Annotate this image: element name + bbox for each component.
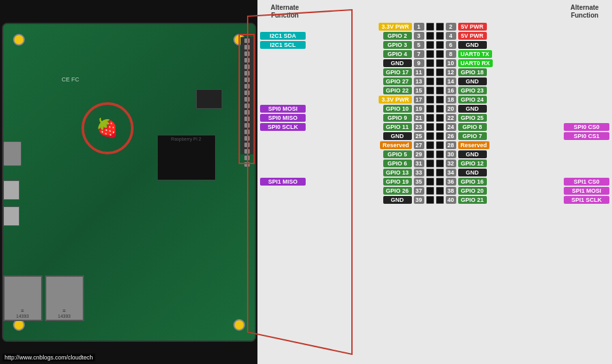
- right-gpio-label: 5V PWR: [458, 23, 487, 31]
- main-chip: Raspberry Pi 2: [157, 135, 216, 180]
- pin-row: GND3940GPIO 21SPI1 SCLK: [260, 195, 609, 204]
- left-alt-func: [260, 160, 306, 167]
- right-pin-num: 34: [446, 169, 456, 176]
- left-alt-func: [260, 23, 306, 31]
- right-pin-num: 24: [446, 123, 456, 131]
- pin-block-right: [436, 23, 444, 31]
- pin-rows-container: 3.3V PWR125V PWRI2C1 SDAGPIO 2345V PWRI2…: [260, 22, 609, 204]
- right-gpio-label: GPIO 16: [458, 178, 487, 186]
- pin-row: SPI0 MOSIGPIO 101920GND: [260, 104, 609, 113]
- pin-connector-pair: [426, 123, 444, 131]
- pin-block-right: [436, 87, 444, 94]
- board-section: ≡ 14393 ≡ 14393 Raspberry Pi 2 🍓: [0, 0, 257, 364]
- left-gpio-label: Reserved: [380, 141, 412, 149]
- pin-row: GND2526GPIO 7SPI0 CS1: [260, 132, 609, 140]
- left-gpio-label: GPIO 6: [383, 160, 412, 167]
- right-alt-func: [564, 169, 609, 176]
- left-alt-func: SPI1 MISO: [260, 178, 306, 186]
- pin-block-left: [426, 141, 434, 149]
- right-pin-num: 22: [446, 114, 456, 122]
- pin-row: GPIO 133334GND: [260, 168, 609, 176]
- pin-block-right: [436, 77, 444, 85]
- pin-block-right: [436, 169, 444, 176]
- pin-block-left: [426, 105, 434, 113]
- left-pin-num: 39: [414, 196, 424, 204]
- pin-block-left: [426, 50, 434, 58]
- pin-row: SPI0 MISOGPIO 92122GPIO 25: [260, 113, 609, 122]
- pin-block-left: [426, 196, 434, 204]
- left-pin-num: 19: [414, 105, 424, 113]
- pin-block-left: [426, 160, 434, 167]
- pin-row: I2C1 SDAGPIO 2345V PWR: [260, 31, 609, 40]
- right-gpio-label: GPIO 21: [458, 196, 487, 204]
- pin-block-right: [436, 196, 444, 204]
- pin-connector-pair: [426, 160, 444, 167]
- right-pin-num: 26: [446, 132, 456, 140]
- pin-connector-pair: [426, 132, 444, 140]
- left-gpio-label: GND: [383, 132, 412, 140]
- right-pin-num: 28: [446, 141, 456, 149]
- right-gpio-label: GND: [458, 150, 487, 158]
- right-alt-func: [564, 141, 609, 149]
- right-gpio-label: GND: [458, 169, 487, 176]
- right-pin-num: 8: [446, 50, 456, 58]
- right-pin-num: 2: [446, 23, 456, 31]
- right-alt-func: [564, 87, 609, 94]
- pin-block-right: [436, 59, 444, 67]
- left-alt-func: [260, 50, 306, 58]
- left-alt-func: SPI0 SCLK: [260, 123, 306, 131]
- right-gpio-label: GPIO 18: [458, 68, 487, 76]
- right-gpio-label: GPIO 24: [458, 96, 487, 104]
- pin-connector-pair: [426, 77, 444, 85]
- left-alt-header: Alternate Function: [261, 4, 308, 20]
- left-pin-num: 27: [414, 141, 424, 149]
- right-pin-num: 32: [446, 160, 456, 167]
- right-pin-num: 10: [446, 59, 456, 67]
- pin-connector-pair: [426, 150, 444, 158]
- pin-block-right: [436, 96, 444, 104]
- right-gpio-label: GPIO 8: [458, 123, 487, 131]
- left-gpio-label: GPIO 5: [383, 150, 412, 158]
- pin-block-right: [436, 50, 444, 58]
- right-gpio-label: UART0 RX: [458, 59, 493, 67]
- right-alt-func: [564, 77, 609, 85]
- right-alt-func: [564, 68, 609, 76]
- pin-block-left: [426, 150, 434, 158]
- left-gpio-label: GPIO 19: [383, 178, 412, 186]
- pinout-header: Alternate Function Alternate Function: [260, 4, 609, 20]
- left-gpio-label: GPIO 2: [383, 32, 412, 40]
- left-gpio-label: GND: [383, 59, 412, 67]
- right-alt-func: [564, 41, 609, 49]
- left-alt-func: [260, 68, 306, 76]
- left-gpio-label: GPIO 11: [383, 123, 412, 131]
- left-gpio-label: GPIO 26: [383, 187, 412, 195]
- pin-block-left: [426, 87, 434, 94]
- pin-connector-pair: [426, 23, 444, 31]
- pin-row: GPIO 271314GND: [260, 77, 609, 85]
- right-gpio-label: GPIO 12: [458, 160, 487, 167]
- left-alt-func: [260, 96, 306, 104]
- pin-row: 3.3V PWR125V PWR: [260, 22, 609, 31]
- gpio-header: [240, 37, 254, 154]
- pin-block-right: [436, 105, 444, 113]
- mounting-hole: [13, 34, 25, 46]
- pin-block-left: [426, 59, 434, 67]
- left-pin-num: 33: [414, 169, 424, 176]
- pin-block-right: [436, 114, 444, 122]
- pin-connector-pair: [426, 32, 444, 40]
- pin-connector-pair: [426, 50, 444, 58]
- left-pin-num: 11: [414, 68, 424, 76]
- right-alt-func: [564, 32, 609, 40]
- right-pin-num: 12: [446, 68, 456, 76]
- right-alt-func: SPI1 MOSI: [564, 187, 609, 195]
- right-pin-num: 30: [446, 150, 456, 158]
- left-alt-func: [260, 87, 306, 94]
- pin-connector-pair: [426, 59, 444, 67]
- left-pin-num: 5: [414, 41, 424, 49]
- pin-connector-pair: [426, 187, 444, 195]
- left-pin-num: 7: [414, 50, 424, 58]
- mounting-hole: [233, 319, 245, 331]
- right-pin-num: 38: [446, 187, 456, 195]
- left-pin-num: 25: [414, 132, 424, 140]
- right-pin-num: 20: [446, 105, 456, 113]
